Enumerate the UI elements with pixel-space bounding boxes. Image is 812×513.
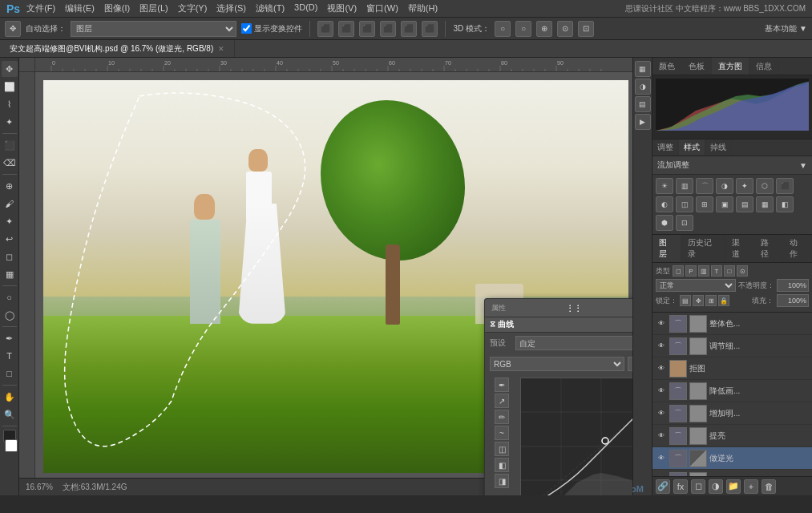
menu-3d[interactable]: 3D(D) (294, 2, 317, 14)
tab-layers[interactable]: 图层 (652, 235, 681, 262)
move-tool[interactable]: ✥ (2, 61, 18, 77)
opacity-input[interactable] (777, 279, 809, 292)
gradient-tool[interactable]: ▦ (2, 266, 18, 282)
adj-exposure[interactable]: ◑ (716, 178, 733, 194)
curves-dialog-header[interactable]: 属性 ⋮⋮ >> (485, 299, 632, 317)
layer-type-all[interactable]: ◻ (673, 265, 684, 277)
dodge-tool[interactable]: ◯ (2, 307, 18, 323)
tab-color[interactable]: 颜色 (652, 58, 682, 75)
layer-visibility-toggle[interactable]: 👁 (656, 386, 667, 397)
adj-gradient-map[interactable]: ▦ (756, 196, 774, 212)
lock-pixel-icon[interactable]: ▤ (680, 295, 691, 306)
menu-filter[interactable]: 滤镜(T) (256, 2, 285, 14)
layer-item[interactable]: 👁⌒增加明... (652, 402, 812, 425)
layer-fx-button[interactable]: fx (673, 479, 688, 494)
curves-pen-tool[interactable]: ✒ (495, 378, 509, 392)
layer-item[interactable]: 👁⌒提亮 (652, 425, 812, 447)
adj-selective[interactable]: ◧ (776, 196, 794, 212)
lock-artboard-icon[interactable]: ⊞ (705, 295, 717, 306)
layer-item[interactable]: 👁⌒调节细... (652, 335, 812, 357)
lock-all-icon[interactable]: 🔒 (718, 295, 729, 306)
align-left-icon[interactable]: ⬛ (317, 21, 333, 37)
curves-smooth-tool[interactable]: ~ (495, 426, 509, 440)
layer-visibility-toggle[interactable]: 👁 (656, 341, 667, 352)
curves-eyedrop-mid[interactable]: ◧ (495, 458, 509, 472)
adj-hsl[interactable]: ⬡ (756, 178, 774, 194)
layer-visibility-toggle[interactable]: 👁 (656, 408, 667, 419)
history-brush-tool[interactable]: ↩ (2, 231, 18, 247)
tab-info[interactable]: 信息 (749, 58, 779, 75)
align-vcenter-icon[interactable]: ⬛ (401, 21, 417, 37)
shape-tool[interactable]: □ (2, 366, 18, 382)
adj-colorbalance[interactable]: ⬛ (776, 178, 794, 194)
select-rect-tool[interactable]: ⬜ (2, 79, 18, 95)
layers-icon[interactable]: ▤ (635, 96, 651, 112)
adj-posterize[interactable]: ⬢ (656, 215, 673, 231)
adj-expand-icon[interactable]: ▼ (799, 161, 807, 170)
layer-item[interactable]: 👁⌒调整叶... (652, 470, 812, 476)
menu-file[interactable]: 文件(F) (26, 2, 55, 14)
blend-mode-select[interactable]: 正常 (656, 279, 736, 292)
layer-type-smart[interactable]: ⊙ (737, 265, 748, 277)
tab-close-button[interactable]: ✕ (218, 45, 224, 53)
zoom-tool[interactable]: 🔍 (2, 406, 18, 422)
curves-graph[interactable] (520, 378, 632, 495)
tab-paths[interactable]: 路径 (754, 235, 783, 262)
layer-visibility-toggle[interactable]: 👁 (656, 318, 667, 329)
document-tab[interactable]: 安文超高端修图@BVI机构.psd @ 16.7% (做逆光, RGB/8) ✕ (0, 40, 235, 57)
move-tool-icon[interactable]: ✥ (5, 21, 21, 37)
layer-visibility-toggle[interactable]: 👁 (656, 430, 667, 442)
adj-brightness[interactable]: ☀ (656, 178, 673, 194)
3d-slide-icon[interactable]: ⊙ (557, 21, 573, 37)
menu-window[interactable]: 窗口(W) (366, 2, 398, 14)
magic-wand-tool[interactable]: ✦ (2, 114, 18, 130)
layer-item[interactable]: 👁拒图 (652, 357, 812, 380)
lock-move-icon[interactable]: ✥ (693, 295, 704, 306)
menu-edit[interactable]: 编辑(E) (65, 2, 95, 14)
fill-input[interactable] (777, 294, 809, 307)
curves-preset-select[interactable]: 自定 (515, 336, 632, 350)
layer-item[interactable]: 👁⌒做逆光 (652, 447, 812, 470)
align-bottom-icon[interactable]: ⬛ (422, 21, 438, 37)
blur-tool[interactable]: ○ (2, 289, 18, 305)
auto-select-dropdown[interactable]: 图层 (71, 21, 236, 37)
curves-eyedrop-dark[interactable]: ◨ (495, 474, 509, 488)
layer-type-adjust[interactable]: ▥ (698, 265, 709, 277)
menu-layer[interactable]: 图层(L) (139, 2, 168, 14)
layer-new-button[interactable]: + (744, 479, 758, 494)
actions-icon[interactable]: ▶ (635, 114, 651, 130)
menu-text[interactable]: 文字(Y) (178, 2, 208, 14)
type-tool[interactable]: T (2, 348, 18, 364)
align-top-icon[interactable]: ⬛ (380, 21, 396, 37)
3d-scale-icon[interactable]: ⊡ (578, 21, 594, 37)
layer-type-shape[interactable]: □ (724, 265, 735, 277)
menu-image[interactable]: 图像(I) (104, 2, 130, 14)
layer-item[interactable]: 👁⌒降低画... (652, 380, 812, 402)
tab-history[interactable]: 历史记录 (681, 235, 725, 262)
brush-tool[interactable]: 🖌 (2, 196, 18, 212)
layer-type-text[interactable]: T (711, 265, 722, 277)
curves-select-tool[interactable]: ↗ (495, 394, 509, 408)
tab-tools2[interactable]: 掉线 (705, 139, 732, 156)
eyedropper-tool[interactable]: ⌫ (2, 155, 18, 171)
menu-view[interactable]: 视图(V) (327, 2, 357, 14)
adj-bw[interactable]: ◐ (656, 196, 673, 212)
3d-roll-icon[interactable]: ○ (515, 21, 531, 37)
adjustment-icon[interactable]: ◑ (635, 79, 651, 95)
layer-mask-button[interactable]: ◻ (691, 479, 705, 494)
crop-tool[interactable]: ⬛ (2, 137, 18, 153)
curves-auto-button[interactable]: 自动 (628, 357, 632, 371)
menu-select[interactable]: 选择(S) (216, 2, 246, 14)
tab-histogram[interactable]: 直方图 (712, 58, 749, 75)
adj-channelmixer[interactable]: ⊞ (696, 196, 713, 212)
curves-eyedrop-light[interactable]: ◫ (495, 442, 509, 456)
adj-photofilter[interactable]: ◫ (676, 196, 693, 212)
tab-swatch[interactable]: 色板 (682, 58, 712, 75)
3d-orbit-icon[interactable]: ○ (495, 21, 511, 37)
curves-channel-select[interactable]: RGB (490, 357, 624, 371)
stamp-tool[interactable]: ✦ (2, 213, 18, 229)
heal-tool[interactable]: ⊕ (2, 178, 18, 194)
adj-levels[interactable]: ▥ (676, 178, 693, 194)
layer-adjust-button[interactable]: ◑ (709, 479, 723, 494)
adj-colorlookup[interactable]: ▣ (716, 196, 733, 212)
